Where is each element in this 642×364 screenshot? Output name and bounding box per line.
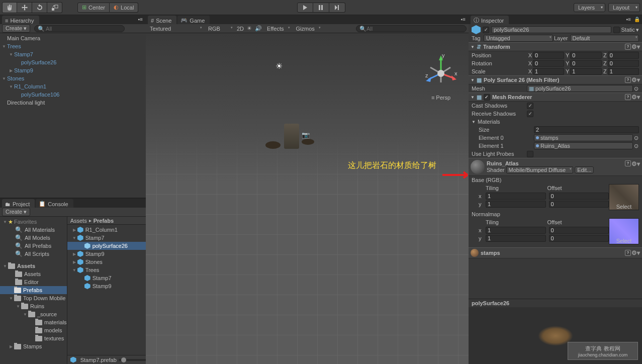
light-probes-checkbox[interactable] xyxy=(527,151,533,157)
folder-stamps[interactable]: ▶Stamps xyxy=(0,342,67,350)
object-picker-icon[interactable]: ⊙ xyxy=(633,85,639,92)
tiling-x[interactable]: 1 xyxy=(486,193,546,200)
hierarchy-item[interactable]: ▼Stones xyxy=(0,74,146,82)
asset-stamp9[interactable]: ▶Stamp9 xyxy=(67,250,152,258)
scl-z-field[interactable]: 1 xyxy=(608,68,639,75)
nm-tiling-x[interactable]: 1 xyxy=(486,227,546,234)
layout-dropdown[interactable]: Layout xyxy=(608,3,640,12)
gear-icon[interactable]: ⚙▾ xyxy=(631,43,640,50)
play-button[interactable] xyxy=(297,3,313,13)
search-all-scripts[interactable]: 🔍All Scripts xyxy=(0,250,67,258)
material-0-field[interactable]: stamps xyxy=(534,134,633,141)
render-mode-dropdown[interactable]: RGB xyxy=(206,26,234,32)
cast-shadows-checkbox[interactable]: ✓ xyxy=(527,103,533,109)
hierarchy-create[interactable]: Create ▾ xyxy=(2,24,30,33)
hierarchy-tab[interactable]: ≡Hierarchy xyxy=(2,16,39,24)
rot-z-field[interactable]: 0 xyxy=(608,60,639,67)
gear-icon[interactable]: ⚙▾ xyxy=(631,160,640,167)
game-tab[interactable]: 🎮Game xyxy=(177,16,210,24)
inspector-tab[interactable]: ⓘInspector xyxy=(471,16,509,24)
orientation-gizmo[interactable]: y x z ≡ Persp xyxy=(423,53,458,88)
rot-y-field[interactable]: 0 xyxy=(570,60,601,67)
gear-icon[interactable]: ⚙▾ xyxy=(631,94,640,101)
folder-editor[interactable]: Editor xyxy=(0,278,67,286)
hierarchy-item[interactable]: ▼Trees xyxy=(0,42,146,50)
static-toggle[interactable]: Static ▾ xyxy=(613,27,639,33)
pivot-local[interactable]: ◐Local xyxy=(110,3,138,13)
object-name-field[interactable]: polySurface26 xyxy=(491,26,611,33)
pivot-center[interactable]: ⊞Center xyxy=(77,3,110,13)
folder-topdownmobile[interactable]: ▼Top Down Mobile xyxy=(0,294,67,302)
folder-textures[interactable]: textures xyxy=(0,334,67,342)
folder-favorites[interactable]: ▼★Favorites xyxy=(0,218,67,226)
breadcrumb-item[interactable]: Prefabs xyxy=(94,218,114,224)
breadcrumb-item[interactable]: Assets xyxy=(70,218,87,224)
console-tab[interactable]: 📋Console xyxy=(36,199,73,208)
pos-z-field[interactable]: 0 xyxy=(608,52,639,59)
asset-polysurface26[interactable]: polySurface26 xyxy=(67,242,152,250)
nm-tiling-y[interactable]: 1 xyxy=(486,235,546,242)
object-picker-icon[interactable]: ⊙ xyxy=(633,143,639,149)
asset-trees[interactable]: ▼Trees xyxy=(67,266,152,274)
hierarchy-search[interactable]: 🔍All xyxy=(34,25,125,32)
hierarchy-item[interactable]: polySurface106 xyxy=(0,90,146,99)
object-picker-icon[interactable]: ⊙ xyxy=(633,135,639,141)
step-button[interactable] xyxy=(329,3,345,13)
pos-y-field[interactable]: 0 xyxy=(570,52,601,59)
effects-dropdown[interactable]: Effects xyxy=(265,26,291,32)
help-icon[interactable]: ? xyxy=(625,44,631,50)
tiling-y[interactable]: 1 xyxy=(486,201,546,208)
search-all-prefabs[interactable]: 🔍All Prefabs xyxy=(0,242,67,250)
panel-menu-icon[interactable]: ▪≡ xyxy=(626,17,631,22)
shader-dropdown[interactable]: Mobile/Bumped Diffuse xyxy=(506,166,574,173)
transform-header[interactable]: ▼⇵Transform?⚙▾ xyxy=(469,42,642,51)
material-1-field[interactable]: Ruins_Atlas xyxy=(534,142,633,149)
folder-materials[interactable]: materials xyxy=(0,318,67,326)
hierarchy-item[interactable]: ▼Stamp7 xyxy=(0,50,146,58)
scale-tool[interactable] xyxy=(47,2,62,13)
active-checkbox[interactable]: ✓ xyxy=(483,27,489,33)
hierarchy-item[interactable]: Main Camera xyxy=(0,34,146,42)
asset-stones[interactable]: ▶Stones xyxy=(67,258,152,266)
texture-preview[interactable]: Select xyxy=(609,184,639,210)
pos-x-field[interactable]: 0 xyxy=(533,52,564,59)
search-all-materials[interactable]: 🔍All Materials xyxy=(0,226,67,234)
panel-menu-icon[interactable]: ▪≡ xyxy=(461,17,466,22)
offset-y[interactable]: 0 xyxy=(549,201,609,208)
project-create[interactable]: Create ▾ xyxy=(2,208,30,216)
lighting-toggle[interactable]: ☀ xyxy=(247,25,252,32)
persp-label[interactable]: ≡ Persp xyxy=(423,95,458,101)
mesh-field[interactable]: ▦polySurface26 xyxy=(527,85,633,92)
panel-menu-icon[interactable]: ▪≡ xyxy=(138,17,143,22)
layers-dropdown[interactable]: Layers xyxy=(574,3,605,12)
tag-dropdown[interactable]: Untagged xyxy=(484,35,553,42)
hierarchy-item[interactable]: polySurface26 xyxy=(0,58,146,66)
audio-toggle[interactable]: 🔊 xyxy=(255,25,262,32)
hand-tool[interactable] xyxy=(2,2,17,13)
hierarchy-item[interactable]: ▼R1_Column1 xyxy=(0,82,146,90)
draw-mode-dropdown[interactable]: Textured xyxy=(148,26,203,32)
gear-icon[interactable]: ⚙▾ xyxy=(631,249,640,256)
offset-x[interactable]: 0 xyxy=(549,193,609,200)
scl-x-field[interactable]: 1 xyxy=(533,68,564,75)
folder-assets-root[interactable]: ▼Assets xyxy=(0,262,67,270)
help-icon[interactable]: ? xyxy=(625,250,631,256)
meshrenderer-header[interactable]: ▼▦✓Mesh Renderer?⚙▾ xyxy=(469,93,642,102)
project-tab[interactable]: 🖿Project xyxy=(2,199,35,208)
scene-search[interactable]: 🔍All xyxy=(356,25,467,32)
receive-shadows-checkbox[interactable]: ✓ xyxy=(527,111,533,117)
asset-r1column1[interactable]: ▶R1_Column1 xyxy=(67,226,152,234)
nm-offset-y[interactable]: 0 xyxy=(549,235,609,242)
meshfilter-header[interactable]: ▼▦Poly Surface 26 (Mesh Filter)?⚙▾ xyxy=(469,75,642,84)
normalmap-preview[interactable]: Select xyxy=(609,218,639,244)
folder-source[interactable]: ▼_source xyxy=(0,310,67,318)
search-all-models[interactable]: 🔍All Models xyxy=(0,234,67,242)
folder-models[interactable]: models xyxy=(0,326,67,334)
folder-ruins[interactable]: ▼Ruins xyxy=(0,302,67,310)
gear-icon[interactable]: ⚙▾ xyxy=(631,76,640,83)
edit-shader-button[interactable]: Edit... xyxy=(575,166,594,173)
pause-button[interactable] xyxy=(313,3,329,13)
asset-stamp7[interactable]: ▼Stamp7 xyxy=(67,234,152,242)
scl-y-field[interactable]: 1 xyxy=(570,68,601,75)
preview-title[interactable]: polySurface26 xyxy=(469,299,642,307)
